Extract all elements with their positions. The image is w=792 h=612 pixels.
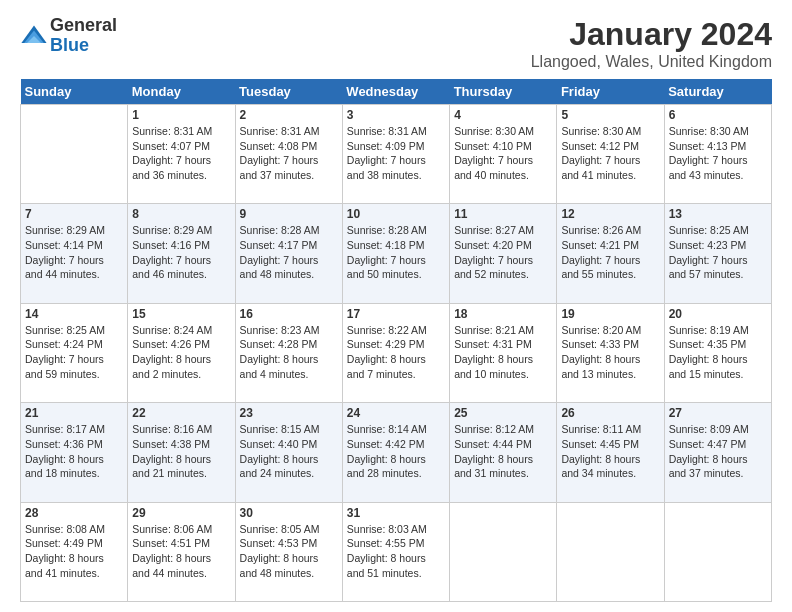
daylight-hours: Daylight: 8 hours and 34 minutes. [561,453,640,480]
sunset-time: Sunset: 4:17 PM [240,239,318,251]
table-row: 1 Sunrise: 8:31 AM Sunset: 4:07 PM Dayli… [128,105,235,204]
header-thursday: Thursday [450,79,557,105]
sunset-time: Sunset: 4:33 PM [561,338,639,350]
sunrise-time: Sunrise: 8:31 AM [240,125,320,137]
daylight-hours: Daylight: 7 hours and 46 minutes. [132,254,211,281]
day-info: Sunrise: 8:06 AM Sunset: 4:51 PM Dayligh… [132,522,230,581]
daylight-hours: Daylight: 8 hours and 48 minutes. [240,552,319,579]
logo-text: General Blue [50,16,117,56]
sunrise-time: Sunrise: 8:19 AM [669,324,749,336]
day-info: Sunrise: 8:08 AM Sunset: 4:49 PM Dayligh… [25,522,123,581]
header-monday: Monday [128,79,235,105]
daylight-hours: Daylight: 8 hours and 51 minutes. [347,552,426,579]
sunset-time: Sunset: 4:13 PM [669,140,747,152]
sunset-time: Sunset: 4:31 PM [454,338,532,350]
day-number: 31 [347,506,445,520]
daylight-hours: Daylight: 8 hours and 44 minutes. [132,552,211,579]
daylight-hours: Daylight: 7 hours and 38 minutes. [347,154,426,181]
table-row: 29 Sunrise: 8:06 AM Sunset: 4:51 PM Dayl… [128,502,235,601]
sunset-time: Sunset: 4:38 PM [132,438,210,450]
sunset-time: Sunset: 4:29 PM [347,338,425,350]
day-number: 2 [240,108,338,122]
table-row: 24 Sunrise: 8:14 AM Sunset: 4:42 PM Dayl… [342,403,449,502]
day-number: 20 [669,307,767,321]
daylight-hours: Daylight: 7 hours and 55 minutes. [561,254,640,281]
sunrise-time: Sunrise: 8:09 AM [669,423,749,435]
day-info: Sunrise: 8:25 AM Sunset: 4:24 PM Dayligh… [25,323,123,382]
table-row: 18 Sunrise: 8:21 AM Sunset: 4:31 PM Dayl… [450,303,557,402]
header-wednesday: Wednesday [342,79,449,105]
sunset-time: Sunset: 4:24 PM [25,338,103,350]
sunset-time: Sunset: 4:26 PM [132,338,210,350]
daylight-hours: Daylight: 8 hours and 37 minutes. [669,453,748,480]
day-number: 29 [132,506,230,520]
day-number: 21 [25,406,123,420]
day-info: Sunrise: 8:31 AM Sunset: 4:07 PM Dayligh… [132,124,230,183]
day-number: 23 [240,406,338,420]
weekday-header-row: Sunday Monday Tuesday Wednesday Thursday… [21,79,772,105]
table-row: 14 Sunrise: 8:25 AM Sunset: 4:24 PM Dayl… [21,303,128,402]
day-number: 5 [561,108,659,122]
table-row: 15 Sunrise: 8:24 AM Sunset: 4:26 PM Dayl… [128,303,235,402]
day-info: Sunrise: 8:16 AM Sunset: 4:38 PM Dayligh… [132,422,230,481]
day-number: 26 [561,406,659,420]
daylight-hours: Daylight: 7 hours and 36 minutes. [132,154,211,181]
calendar-table: Sunday Monday Tuesday Wednesday Thursday… [20,79,772,602]
day-number: 24 [347,406,445,420]
sunrise-time: Sunrise: 8:11 AM [561,423,641,435]
sunset-time: Sunset: 4:10 PM [454,140,532,152]
day-number: 9 [240,207,338,221]
day-info: Sunrise: 8:24 AM Sunset: 4:26 PM Dayligh… [132,323,230,382]
daylight-hours: Daylight: 8 hours and 15 minutes. [669,353,748,380]
day-number: 16 [240,307,338,321]
daylight-hours: Daylight: 7 hours and 44 minutes. [25,254,104,281]
sunrise-time: Sunrise: 8:21 AM [454,324,534,336]
sunrise-time: Sunrise: 8:25 AM [669,224,749,236]
sunrise-time: Sunrise: 8:15 AM [240,423,320,435]
day-info: Sunrise: 8:29 AM Sunset: 4:14 PM Dayligh… [25,223,123,282]
daylight-hours: Daylight: 8 hours and 18 minutes. [25,453,104,480]
day-info: Sunrise: 8:09 AM Sunset: 4:47 PM Dayligh… [669,422,767,481]
sunrise-time: Sunrise: 8:22 AM [347,324,427,336]
calendar-week-row: 14 Sunrise: 8:25 AM Sunset: 4:24 PM Dayl… [21,303,772,402]
day-number: 27 [669,406,767,420]
sunset-time: Sunset: 4:36 PM [25,438,103,450]
table-row: 27 Sunrise: 8:09 AM Sunset: 4:47 PM Dayl… [664,403,771,502]
daylight-hours: Daylight: 8 hours and 7 minutes. [347,353,426,380]
table-row [21,105,128,204]
table-row [664,502,771,601]
daylight-hours: Daylight: 7 hours and 43 minutes. [669,154,748,181]
day-number: 18 [454,307,552,321]
day-number: 19 [561,307,659,321]
day-number: 22 [132,406,230,420]
sunrise-time: Sunrise: 8:16 AM [132,423,212,435]
sunrise-time: Sunrise: 8:17 AM [25,423,105,435]
sunrise-time: Sunrise: 8:27 AM [454,224,534,236]
day-info: Sunrise: 8:17 AM Sunset: 4:36 PM Dayligh… [25,422,123,481]
sunrise-time: Sunrise: 8:30 AM [669,125,749,137]
day-number: 14 [25,307,123,321]
sunset-time: Sunset: 4:18 PM [347,239,425,251]
calendar-week-row: 21 Sunrise: 8:17 AM Sunset: 4:36 PM Dayl… [21,403,772,502]
table-row: 23 Sunrise: 8:15 AM Sunset: 4:40 PM Dayl… [235,403,342,502]
day-info: Sunrise: 8:28 AM Sunset: 4:17 PM Dayligh… [240,223,338,282]
sunset-time: Sunset: 4:42 PM [347,438,425,450]
day-number: 7 [25,207,123,221]
sunset-time: Sunset: 4:14 PM [25,239,103,251]
table-row: 2 Sunrise: 8:31 AM Sunset: 4:08 PM Dayli… [235,105,342,204]
sunrise-time: Sunrise: 8:31 AM [132,125,212,137]
day-number: 10 [347,207,445,221]
table-row: 26 Sunrise: 8:11 AM Sunset: 4:45 PM Dayl… [557,403,664,502]
sunset-time: Sunset: 4:12 PM [561,140,639,152]
sunrise-time: Sunrise: 8:03 AM [347,523,427,535]
daylight-hours: Daylight: 8 hours and 2 minutes. [132,353,211,380]
daylight-hours: Daylight: 7 hours and 37 minutes. [240,154,319,181]
table-row: 28 Sunrise: 8:08 AM Sunset: 4:49 PM Dayl… [21,502,128,601]
sunrise-time: Sunrise: 8:23 AM [240,324,320,336]
month-title: January 2024 [531,16,772,53]
daylight-hours: Daylight: 8 hours and 31 minutes. [454,453,533,480]
page: General Blue January 2024 Llangoed, Wale… [0,0,792,612]
table-row: 6 Sunrise: 8:30 AM Sunset: 4:13 PM Dayli… [664,105,771,204]
day-info: Sunrise: 8:30 AM Sunset: 4:12 PM Dayligh… [561,124,659,183]
table-row: 31 Sunrise: 8:03 AM Sunset: 4:55 PM Dayl… [342,502,449,601]
